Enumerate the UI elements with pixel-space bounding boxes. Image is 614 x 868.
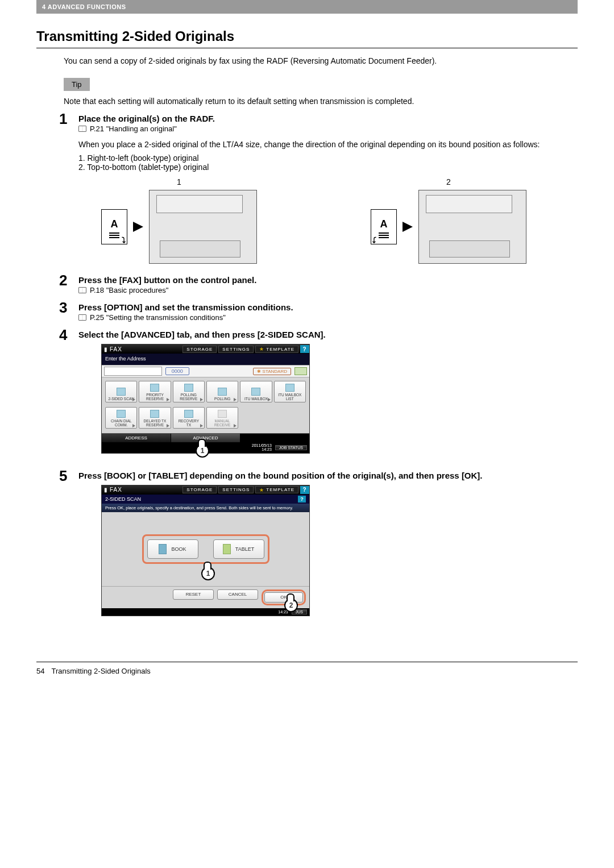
- step-1-ref-text: P.21 "Handling an original": [90, 124, 177, 133]
- diagram-1-header: 1: [101, 177, 257, 186]
- two-sided-scan-button[interactable]: 2-SIDED SCAN: [105, 381, 137, 402]
- advanced-tab[interactable]: ADVANCED: [171, 434, 240, 442]
- advanced-tab-screenshot: ▮ FAX STORAGE SETTINGS ★TEMPLATE ? Enter…: [101, 344, 310, 454]
- chevron-right-icon: [132, 398, 135, 401]
- polling-button[interactable]: POLLING: [206, 381, 238, 402]
- job-status-button[interactable]: JOB STATUS: [275, 445, 307, 450]
- step-4-title: Select the [ADVANCED] tab, and then pres…: [78, 330, 578, 339]
- recovery-tx-icon: [184, 410, 193, 418]
- paper-indicator: [294, 367, 307, 375]
- tip-block: Tip Note that each setting will automati…: [64, 78, 578, 106]
- recovery-tx-button[interactable]: RECOVERYTX: [173, 407, 205, 429]
- enter-address-label: Enter the Address: [102, 354, 309, 365]
- diagram-col-1: 1 A ⤵: [101, 177, 257, 264]
- chain-dial-button[interactable]: CHAIN DIALCOMM.: [105, 407, 137, 429]
- advanced-buttons-row2: CHAIN DIALCOMM. DELAYED TXRESERVE RECOVE…: [102, 407, 309, 433]
- book-mode-button[interactable]: BOOK: [147, 539, 198, 559]
- address-bar: 0000 ✱STANDARD: [102, 365, 309, 377]
- manual-receive-button[interactable]: MANUALRECEIVE: [206, 407, 238, 429]
- standard-icon: ✱: [257, 369, 261, 374]
- template-button[interactable]: ★TEMPLATE: [255, 486, 298, 493]
- chevron-right-icon: [200, 424, 203, 427]
- itu-mailbox-button[interactable]: ITU MAILBOX: [240, 381, 272, 402]
- page-footer: 54 Transmitting 2-Sided Originals: [36, 662, 578, 675]
- chevron-right-icon: [132, 424, 135, 427]
- step-3-ref-text: P.25 "Setting the transmission condition…: [90, 313, 226, 322]
- step-2-reference: P.18 "Basic procedures": [78, 286, 578, 294]
- settings-button[interactable]: SETTINGS: [218, 486, 254, 493]
- arrow-right-icon: [133, 222, 143, 232]
- step-1-title: Place the original(s) on the RADF.: [78, 114, 578, 123]
- mode-area: BOOK TABLET 1: [102, 512, 309, 586]
- ok-highlight: OK: [262, 589, 306, 605]
- step-3: 3 Press [OPTION] and set the transmissio…: [64, 302, 578, 322]
- tip-text: Note that each setting will automaticall…: [64, 97, 578, 106]
- page-letter: A: [380, 218, 388, 230]
- action-bar: RESET CANCEL OK: [102, 586, 309, 608]
- chevron-right-icon: [200, 398, 203, 401]
- orientation-diagrams: 1 A ⤵ 2: [101, 177, 578, 264]
- delayed-tx-button[interactable]: DELAYED TXRESERVE: [139, 407, 171, 429]
- polling-reserve-button[interactable]: POLLINGRESERVE: [173, 381, 205, 402]
- help-button[interactable]: ?: [300, 345, 309, 353]
- step-2-title: Press the [FAX] button on the control pa…: [78, 275, 578, 285]
- tablet-mode-button[interactable]: TABLET: [213, 539, 264, 559]
- page-title: Transmitting 2-Sided Originals: [36, 28, 578, 48]
- step-1-reference: P.21 "Handling an original": [78, 124, 578, 133]
- step-1-sub-2: 2. Top-to-bottom (tablet-type) original: [78, 163, 578, 172]
- mode-buttons-highlight: BOOK TABLET: [142, 534, 269, 564]
- step-4: 4 Select the [ADVANCED] tab, and then pr…: [64, 330, 578, 454]
- page-number: 54: [36, 667, 44, 675]
- step-number: 5: [59, 467, 67, 485]
- chevron-right-icon: [167, 424, 169, 427]
- priority-icon: [150, 384, 159, 392]
- book-icon: [78, 287, 86, 293]
- address-tab[interactable]: ADDRESS: [102, 434, 171, 442]
- storage-button[interactable]: STORAGE: [182, 486, 217, 493]
- help-button[interactable]: ?: [298, 496, 306, 502]
- help-button[interactable]: ?: [300, 486, 309, 494]
- chevron-right-icon: [268, 398, 271, 401]
- manual-receive-icon: [218, 410, 227, 418]
- ui-topbar: ▮ FAX STORAGE SETTINGS ★TEMPLATE ?: [102, 485, 309, 495]
- callout-1: 1: [201, 567, 215, 580]
- itu-mailbox-list-button[interactable]: ITU MAILBOXLIST: [274, 381, 306, 402]
- storage-button[interactable]: STORAGE: [182, 346, 217, 353]
- step-3-title: Press [OPTION] and set the transmission …: [78, 302, 578, 312]
- topbar-fax: FAX: [110, 346, 122, 352]
- book-mode-icon: [159, 544, 167, 554]
- arrow-right-icon: [403, 222, 413, 232]
- delayed-tx-icon: [150, 410, 159, 418]
- footer-title: Transmitting 2-Sided Originals: [51, 667, 150, 675]
- template-button[interactable]: ★TEMPLATE: [255, 346, 298, 353]
- step-number: 2: [59, 272, 67, 289]
- topbar-fax: FAX: [110, 487, 122, 493]
- book-icon: [78, 314, 86, 321]
- tablet-mode-icon: [223, 544, 231, 554]
- cancel-button[interactable]: CANCEL: [217, 589, 258, 600]
- step-1-sub-1: 1. Right-to-left (book-type) original: [78, 153, 578, 163]
- intro-text: You can send a copy of 2-sided originals…: [64, 56, 578, 65]
- star-icon: ★: [259, 487, 264, 493]
- step-5-title: Press [BOOK] or [TABLET] depending on th…: [78, 471, 578, 480]
- step-number: 1: [59, 110, 67, 128]
- settings-button[interactable]: SETTINGS: [218, 346, 254, 353]
- ok-button[interactable]: OK: [264, 592, 303, 603]
- step-5: 5 Press [BOOK] or [TABLET] depending on …: [64, 471, 578, 616]
- standard-mode-button[interactable]: ✱STANDARD: [253, 368, 291, 375]
- address-input[interactable]: [104, 367, 162, 376]
- screen-subtitle: 2-SIDED SCAN: [105, 496, 141, 502]
- chevron-right-icon: [167, 398, 169, 401]
- chapter-bar: 4 ADVANCED FUNCTIONS: [36, 0, 578, 14]
- chevron-right-icon: [234, 398, 237, 401]
- step-2: 2 Press the [FAX] button on the control …: [64, 275, 578, 294]
- ui-topbar: ▮ FAX STORAGE SETTINGS ★TEMPLATE ?: [102, 344, 309, 354]
- two-sided-icon: [117, 388, 126, 396]
- lines-icon: [109, 232, 119, 238]
- priority-reserve-button[interactable]: PRIORITYRESERVE: [139, 381, 171, 402]
- job-bar: 14:23 JUS: [102, 608, 309, 616]
- two-sided-scan-screenshot: ▮ FAX STORAGE SETTINGS ★TEMPLATE ? 2-SID…: [101, 485, 310, 616]
- chevron-right-icon: [234, 424, 237, 427]
- advanced-buttons-row1: 2-SIDED SCAN PRIORITYRESERVE POLLINGRESE…: [102, 377, 309, 407]
- reset-button[interactable]: RESET: [173, 589, 214, 600]
